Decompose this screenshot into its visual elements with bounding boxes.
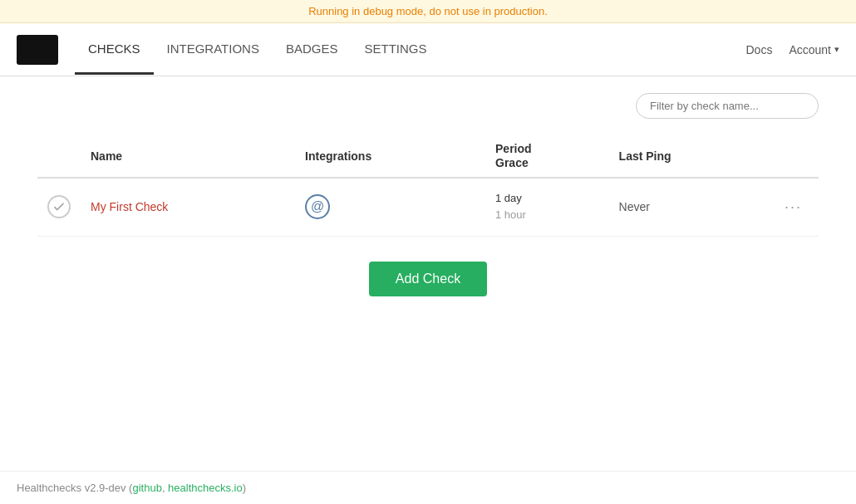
nav-item-settings[interactable]: SETTINGS <box>351 25 440 75</box>
th-status <box>37 135 81 178</box>
check-actions-button[interactable]: ··· <box>778 195 809 219</box>
nav-right: Docs Account <box>746 43 840 56</box>
logo[interactable] <box>17 35 58 65</box>
add-check-button[interactable]: Add Check <box>369 262 487 296</box>
checkmark-icon <box>53 201 65 213</box>
th-actions <box>768 135 819 178</box>
status-icon <box>47 195 71 218</box>
check-name-link[interactable]: My First Check <box>91 200 168 213</box>
filter-row <box>37 93 819 119</box>
th-last-ping: Last Ping <box>609 135 768 178</box>
account-button[interactable]: Account <box>789 43 839 56</box>
nav-item-badges[interactable]: BADGES <box>273 25 352 75</box>
debug-banner: Running in debug mode, do not use in pro… <box>0 0 856 23</box>
docs-link[interactable]: Docs <box>746 43 773 56</box>
navbar: CHECKS INTEGRATIONS BADGES SETTINGS Docs… <box>0 23 856 76</box>
filter-input[interactable] <box>636 93 819 119</box>
checks-table: Name Integrations Period Grace Last Ping <box>37 135 819 237</box>
check-name-cell: My First Check <box>81 178 295 237</box>
debug-banner-text: Running in debug mode, do not use in pro… <box>308 5 548 17</box>
check-status-cell <box>37 178 81 237</box>
table-header-row: Name Integrations Period Grace Last Ping <box>37 135 819 178</box>
check-period-cell: 1 day 1 hour <box>485 178 609 237</box>
th-integrations: Integrations <box>295 135 485 178</box>
integration-email-icon[interactable]: @ <box>305 194 330 219</box>
main-content: Name Integrations Period Grace Last Ping <box>21 76 835 313</box>
check-actions-cell: ··· <box>768 178 819 237</box>
add-check-row: Add Check <box>37 262 819 296</box>
table-row: My First Check @ 1 day 1 hour Never ··· <box>37 178 819 237</box>
check-last-ping-cell: Never <box>609 178 768 237</box>
nav-menu: CHECKS INTEGRATIONS BADGES SETTINGS <box>75 25 746 75</box>
nav-item-checks[interactable]: CHECKS <box>75 25 154 75</box>
th-name: Name <box>81 135 295 178</box>
nav-item-integrations[interactable]: INTEGRATIONS <box>154 25 273 75</box>
th-period: Period Grace <box>485 135 609 178</box>
check-integrations-cell: @ <box>295 178 485 237</box>
